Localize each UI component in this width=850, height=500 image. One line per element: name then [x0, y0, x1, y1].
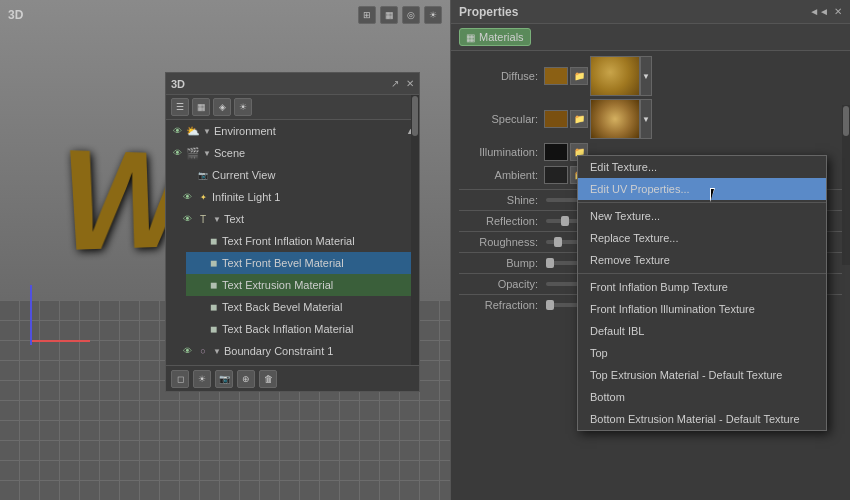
- footer-cube[interactable]: ◻: [171, 370, 189, 388]
- ctx-edit-texture[interactable]: Edit Texture...: [578, 156, 826, 178]
- material-icon-1: ◼: [206, 234, 220, 248]
- eye-icon-scene[interactable]: 👁: [170, 146, 184, 160]
- ctx-front-inflation-bump[interactable]: Front Inflation Bump Texture: [578, 276, 826, 298]
- shine-label: Shine:: [459, 194, 544, 206]
- eye-icon-text[interactable]: 👁: [180, 212, 194, 226]
- tab-materials[interactable]: ▦ Materials: [459, 28, 531, 46]
- env-icon: ⛅: [186, 124, 200, 138]
- viewport-tool-stats[interactable]: ▦: [380, 6, 398, 24]
- tree-item-environment[interactable]: 👁 ⛅ ▼ Environment ▲: [166, 120, 419, 142]
- viewport-tool-view[interactable]: ◎: [402, 6, 420, 24]
- label-text-front-inflation: Text Front Inflation Material: [222, 235, 415, 247]
- opacity-label: Opacity:: [459, 278, 544, 290]
- props-close-btn[interactable]: ✕: [834, 6, 842, 17]
- ctx-top[interactable]: Top: [578, 342, 826, 364]
- panel-close-btn[interactable]: ✕: [406, 78, 414, 89]
- specular-swatch[interactable]: [544, 110, 568, 128]
- scene-tool-shape[interactable]: ◈: [213, 98, 231, 116]
- tree-item-scene[interactable]: 👁 🎬 ▼ Scene: [166, 142, 419, 164]
- label-boundary: Boundary Constraint 1: [224, 345, 415, 357]
- ctx-bottom[interactable]: Bottom: [578, 386, 826, 408]
- footer-light[interactable]: ☀: [193, 370, 211, 388]
- ctx-divider-1: [578, 202, 826, 203]
- ctx-replace-texture[interactable]: Replace Texture...: [578, 227, 826, 249]
- viewport-tool-grid[interactable]: ⊞: [358, 6, 376, 24]
- specular-row: Specular: 📁 ▼: [459, 99, 842, 139]
- label-environment: Environment: [214, 125, 404, 137]
- vis-extrusion[interactable]: [190, 278, 204, 292]
- eye-icon-currentview[interactable]: [180, 168, 194, 182]
- specular-texture-arrow[interactable]: ▼: [640, 99, 652, 139]
- ctx-divider-2: [578, 273, 826, 274]
- viewport-tool-light[interactable]: ☀: [424, 6, 442, 24]
- diffuse-file-btn[interactable]: 📁: [570, 67, 588, 85]
- footer-camera[interactable]: 📷: [215, 370, 233, 388]
- ctx-default-ibl[interactable]: Default IBL: [578, 320, 826, 342]
- axis-y: [30, 285, 32, 345]
- expand-boundary[interactable]: ▼: [212, 346, 222, 356]
- context-menu: Edit Texture... Edit UV Properties... Ne…: [577, 155, 827, 431]
- scene-tool-grid[interactable]: ▦: [192, 98, 210, 116]
- ambient-swatch[interactable]: [544, 166, 568, 184]
- scene-title-controls: ↗ ✕: [391, 78, 414, 89]
- ctx-bottom-extrusion[interactable]: Bottom Extrusion Material - Default Text…: [578, 408, 826, 430]
- material-icon-4: ◼: [206, 300, 220, 314]
- vis-back-inflation[interactable]: [190, 322, 204, 336]
- ctx-remove-texture[interactable]: Remove Texture: [578, 249, 826, 271]
- vis-back-bevel[interactable]: [190, 300, 204, 314]
- vis-front-bevel[interactable]: [190, 256, 204, 270]
- label-scene: Scene: [214, 147, 415, 159]
- props-scrollbar[interactable]: [842, 105, 850, 265]
- eye-icon-environment[interactable]: 👁: [170, 124, 184, 138]
- tree-item-back-bevel[interactable]: ◼ Text Back Bevel Material: [186, 296, 419, 318]
- tree-item-text[interactable]: 👁 T ▼ Text: [176, 208, 419, 230]
- ctx-top-extrusion[interactable]: Top Extrusion Material - Default Texture: [578, 364, 826, 386]
- reflection-label: Reflection:: [459, 215, 544, 227]
- specular-label: Specular:: [459, 113, 544, 125]
- scene-scrollbar[interactable]: [411, 95, 419, 365]
- roughness-label: Roughness:: [459, 236, 544, 248]
- tree-item-front-bevel[interactable]: ◼ Text Front Bevel Material: [186, 252, 419, 274]
- tree-item-infinite-light-1[interactable]: 👁 ✦ Infinite Light 1: [176, 186, 419, 208]
- illumination-swatch[interactable]: [544, 143, 568, 161]
- tree-item-back-inflation[interactable]: ◼ Text Back Inflation Material: [186, 318, 419, 340]
- props-title: Properties: [459, 5, 518, 19]
- expand-environment[interactable]: ▼: [202, 126, 212, 136]
- material-icon-5: ◼: [206, 322, 220, 336]
- specular-file-btn[interactable]: 📁: [570, 110, 588, 128]
- ambient-label: Ambient:: [459, 169, 544, 181]
- tree-item-front-inflation[interactable]: ◼ Text Front Inflation Material: [186, 230, 419, 252]
- footer-constraint[interactable]: ⊕: [237, 370, 255, 388]
- tree-item-current-view[interactable]: 📷 Current View: [176, 164, 419, 186]
- ctx-new-texture[interactable]: New Texture...: [578, 205, 826, 227]
- scene-tool-light[interactable]: ☀: [234, 98, 252, 116]
- eye-icon-boundary[interactable]: 👁: [180, 344, 194, 358]
- text-node-icon: T: [196, 212, 210, 226]
- specular-texture-inner: [591, 100, 639, 138]
- label-infinite-light-1: Infinite Light 1: [212, 191, 415, 203]
- props-prev-btn[interactable]: ◄◄: [809, 6, 829, 17]
- diffuse-texture-preview[interactable]: [590, 56, 640, 96]
- label-text-front-bevel: Text Front Bevel Material: [222, 257, 415, 269]
- viewport-toolbar: ⊞ ▦ ◎ ☀: [358, 6, 442, 24]
- diffuse-swatch[interactable]: [544, 67, 568, 85]
- ctx-edit-uv[interactable]: Edit UV Properties...: [578, 178, 826, 200]
- expand-scene[interactable]: ▼: [202, 148, 212, 158]
- diffuse-label: Diffuse:: [459, 70, 544, 82]
- expand-text[interactable]: ▼: [212, 214, 222, 224]
- tree-item-extrusion[interactable]: ◼ Text Extrusion Material: [186, 274, 419, 296]
- scene-panel: 3D ↗ ✕ ☰ ▦ ◈ ☀ 👁 ⛅ ▼ Environment ▲ 👁 🎬 ▼…: [165, 72, 420, 392]
- eye-icon-light[interactable]: 👁: [180, 190, 194, 204]
- diffuse-texture-arrow[interactable]: ▼: [640, 56, 652, 96]
- scene-tool-list[interactable]: ☰: [171, 98, 189, 116]
- label-current-view: Current View: [212, 169, 415, 181]
- specular-texture-preview[interactable]: [590, 99, 640, 139]
- label-text-back-inflation: Text Back Inflation Material: [222, 323, 415, 335]
- panel-pin-btn[interactable]: ↗: [391, 78, 399, 89]
- reflection-thumb: [561, 216, 569, 226]
- ctx-front-inflation-illum[interactable]: Front Inflation Illumination Texture: [578, 298, 826, 320]
- vis-front-inflation[interactable]: [190, 234, 204, 248]
- tree-item-boundary[interactable]: 👁 ○ ▼ Boundary Constraint 1: [176, 340, 419, 362]
- footer-delete[interactable]: 🗑: [259, 370, 277, 388]
- scene-titlebar: 3D ↗ ✕: [166, 73, 419, 95]
